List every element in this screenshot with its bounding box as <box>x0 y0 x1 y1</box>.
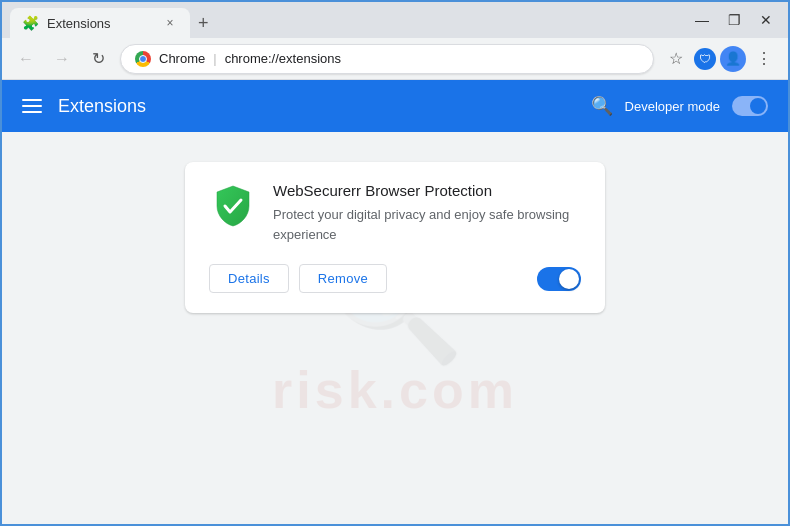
tab-puzzle-icon: 🧩 <box>22 15 39 31</box>
developer-mode-toggle[interactable] <box>732 96 768 116</box>
chrome-logo-icon <box>135 51 151 67</box>
card-top: WebSecurerr Browser Protection Protect y… <box>209 182 581 244</box>
url-separator: | <box>213 51 216 66</box>
address-bar: ← → ↻ Chrome | chrome://extensions ☆ 🛡 👤… <box>2 38 788 80</box>
hamburger-line-2 <box>22 105 42 107</box>
close-button[interactable]: ✕ <box>752 6 780 34</box>
details-button[interactable]: Details <box>209 264 289 293</box>
extension-info: WebSecurerr Browser Protection Protect y… <box>273 182 581 244</box>
card-bottom: Details Remove <box>209 264 581 293</box>
toolbar-right: ☆ 🛡 👤 ⋮ <box>662 45 778 73</box>
forward-button[interactable]: → <box>48 45 76 73</box>
url-display: chrome://extensions <box>225 51 341 66</box>
profile-button[interactable]: 👤 <box>720 46 746 72</box>
main-content: 🔍 risk.com WebSecurerr Browser Protectio… <box>2 132 788 526</box>
active-tab[interactable]: 🧩 Extensions × <box>10 8 190 38</box>
back-button[interactable]: ← <box>12 45 40 73</box>
dev-mode-label: Developer mode <box>625 99 720 114</box>
toggle-knob <box>750 98 766 114</box>
shield-icon: 🛡 <box>699 52 711 66</box>
profile-icon: 👤 <box>725 51 741 66</box>
bookmark-button[interactable]: ☆ <box>662 45 690 73</box>
extension-name: WebSecurerr Browser Protection <box>273 182 581 199</box>
watermark-text: risk.com <box>272 360 518 420</box>
extension-toggle[interactable] <box>537 267 581 291</box>
search-button[interactable]: 🔍 <box>591 95 613 117</box>
maximize-button[interactable]: ❐ <box>720 6 748 34</box>
hamburger-line-1 <box>22 99 42 101</box>
title-bar: 🧩 Extensions × + — ❐ ✕ <box>2 2 788 38</box>
chrome-menu-button[interactable]: ⋮ <box>750 45 778 73</box>
url-bar[interactable]: Chrome | chrome://extensions <box>120 44 654 74</box>
extension-card: WebSecurerr Browser Protection Protect y… <box>185 162 605 313</box>
extensions-header: Extensions 🔍 Developer mode <box>2 80 788 132</box>
tab-strip: 🧩 Extensions × + <box>10 2 680 38</box>
minimize-button[interactable]: — <box>688 6 716 34</box>
hamburger-line-3 <box>22 111 42 113</box>
new-tab-button[interactable]: + <box>190 9 217 38</box>
tab-close-btn[interactable]: × <box>162 15 178 31</box>
hamburger-menu-button[interactable] <box>22 99 42 113</box>
tab-label: Extensions <box>47 16 111 31</box>
extension-description: Protect your digital privacy and enjoy s… <box>273 205 581 244</box>
window-controls: — ❐ ✕ <box>688 6 780 34</box>
extension-icon <box>209 182 257 230</box>
chrome-label: Chrome <box>159 51 205 66</box>
header-right: 🔍 Developer mode <box>591 95 768 117</box>
page-title: Extensions <box>58 96 575 117</box>
remove-button[interactable]: Remove <box>299 264 387 293</box>
extension-toggle-knob <box>559 269 579 289</box>
refresh-button[interactable]: ↻ <box>84 45 112 73</box>
security-shield-button[interactable]: 🛡 <box>694 48 716 70</box>
